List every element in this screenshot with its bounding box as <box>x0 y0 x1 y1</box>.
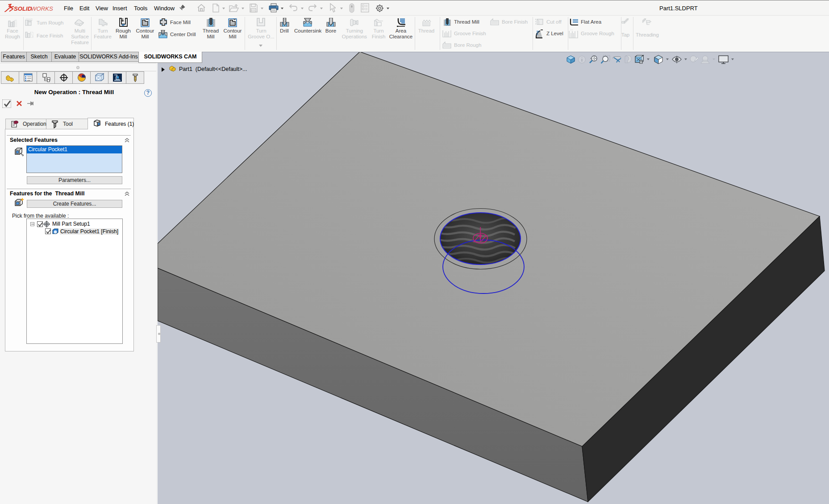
svg-text:SOLID: SOLID <box>14 5 32 12</box>
svg-text:WORKS: WORKS <box>31 5 53 12</box>
